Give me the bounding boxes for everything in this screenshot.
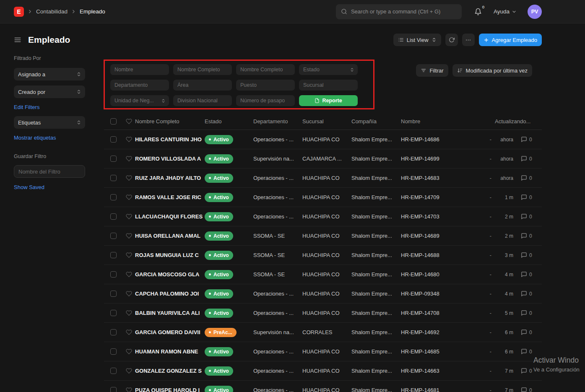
table-row[interactable]: GARCIA MOSCOSO GLA Activo SSOMA - SE HUA… [104, 265, 542, 284]
like-button[interactable] [122, 156, 135, 162]
like-button[interactable] [122, 213, 135, 220]
user-avatar[interactable]: PV [528, 5, 542, 19]
table-row[interactable]: CAPCHA PALOMINO JOI Activo Operaciones -… [104, 284, 542, 304]
row-checkbox[interactable] [110, 368, 117, 374]
comments-cell[interactable]: 0 [519, 271, 542, 278]
filter-departamento-input[interactable] [110, 80, 169, 91]
sidebar-toggle-icon[interactable] [14, 36, 21, 44]
like-button[interactable] [122, 348, 135, 355]
row-checkbox[interactable] [110, 213, 117, 220]
row-checkbox[interactable] [110, 271, 117, 278]
like-button[interactable] [122, 136, 135, 143]
list-view-selector[interactable]: List View [393, 34, 441, 46]
comments-cell[interactable]: 0 [519, 368, 542, 374]
like-button[interactable] [122, 291, 135, 297]
employee-full-name[interactable]: RUIZ JARA JHADY AILTO [135, 175, 205, 181]
table-row[interactable]: HILARES CANTURIN JHO Activo Operaciones … [104, 130, 542, 149]
employee-full-name[interactable]: PUZA QUISPE HAROLD I [135, 387, 205, 392]
employee-id-cell[interactable]: HR-EMP-14685 [401, 348, 478, 355]
employee-id-cell[interactable]: HR-EMP-14708 [401, 310, 478, 316]
employee-id-cell[interactable]: HR-EMP-09348 [401, 291, 478, 297]
employee-id-cell[interactable]: HR-EMP-14709 [401, 194, 478, 200]
employee-full-name[interactable]: ROJAS MUNGUIA LUZ C [135, 252, 205, 258]
employee-full-name[interactable]: HILARES CANTURIN JHO [135, 136, 205, 143]
row-checkbox[interactable] [110, 329, 117, 335]
refresh-button[interactable] [445, 34, 458, 46]
comments-cell[interactable]: 0 [519, 387, 542, 392]
employee-full-name[interactable]: GARCIA MOSCOSO GLA [135, 271, 205, 278]
breadcrumb-contabilidad[interactable]: Contabilidad [36, 8, 68, 15]
notifications-button[interactable]: 0 [474, 8, 482, 16]
row-checkbox[interactable] [110, 291, 117, 297]
like-button[interactable] [122, 233, 135, 239]
row-checkbox[interactable] [110, 310, 117, 316]
employee-full-name[interactable]: HUAMAN RAMON ABNE [135, 348, 205, 355]
like-button[interactable] [122, 175, 135, 181]
filter-numero-pasaporte-input[interactable] [236, 95, 295, 106]
assigned-to-select[interactable]: Asignado a [14, 68, 85, 80]
like-button[interactable] [122, 368, 135, 374]
show-saved-link[interactable]: Show Saved [14, 184, 44, 190]
employee-id-cell[interactable]: HR-EMP-14692 [401, 329, 478, 335]
row-checkbox[interactable] [110, 156, 117, 162]
employee-id-cell[interactable]: HR-EMP-14683 [401, 175, 478, 181]
table-row[interactable]: LLACUACHAQUI FLORES Activo Operaciones -… [104, 207, 542, 226]
add-employee-button[interactable]: Agregar Empleado [479, 34, 542, 46]
employee-id-cell[interactable]: HR-EMP-14681 [401, 387, 478, 392]
like-button[interactable] [122, 252, 135, 258]
comments-cell[interactable]: 0 [519, 233, 542, 239]
employee-full-name[interactable]: GARCIA GOMERO DAIVII [135, 329, 205, 335]
header-full-name[interactable]: Nombre Completo [135, 118, 205, 125]
filter-nombre-completo-2-input[interactable] [236, 64, 295, 75]
filter-unidad-negocio-select[interactable]: Unidad de Neg... [110, 95, 169, 106]
employee-full-name[interactable]: HUISA ORELLANA AMAL [135, 233, 205, 239]
filter-area-input[interactable] [173, 80, 232, 91]
like-button[interactable] [122, 271, 135, 278]
header-name[interactable]: Nombre [401, 118, 478, 125]
employee-full-name[interactable]: BALBIN YAURIVILCA ALI [135, 310, 205, 316]
header-department[interactable]: Departamento [253, 118, 302, 125]
employee-id-cell[interactable]: HR-EMP-14689 [401, 233, 478, 239]
search-input[interactable] [351, 8, 457, 15]
filter-estado-select[interactable]: Estado [299, 64, 358, 75]
liked-filter-button[interactable] [122, 118, 135, 125]
employee-id-cell[interactable]: HR-EMP-14686 [401, 136, 478, 143]
filter-name-input[interactable] [14, 165, 85, 178]
table-row[interactable]: RAMOS VALLE JOSE RIC Activo Operaciones … [104, 188, 542, 207]
report-button[interactable]: Reporte [299, 95, 358, 106]
like-button[interactable] [122, 310, 135, 316]
comments-cell[interactable]: 0 [519, 156, 542, 162]
filter-nombre-input[interactable] [110, 64, 169, 75]
comments-cell[interactable]: 0 [519, 348, 542, 355]
employee-full-name[interactable]: RAMOS VALLE JOSE RIC [135, 194, 205, 200]
table-row[interactable]: GARCIA GOMERO DAIVII PreAc... Supervisió… [104, 323, 542, 342]
created-by-select[interactable]: Creado por [14, 86, 85, 98]
like-button[interactable] [122, 194, 135, 200]
header-branch[interactable]: Sucursal [302, 118, 351, 125]
tags-select[interactable]: Etiquetas [14, 116, 85, 129]
comments-cell[interactable]: 0 [519, 136, 542, 143]
comments-cell[interactable]: 0 [519, 310, 542, 316]
employee-id-cell[interactable]: HR-EMP-14688 [401, 252, 478, 258]
like-button[interactable] [122, 387, 135, 392]
filter-nombre-completo-input[interactable] [173, 64, 232, 75]
header-company[interactable]: Compañía [351, 118, 401, 125]
filter-sucursal-input[interactable] [299, 80, 358, 91]
comments-cell[interactable]: 0 [519, 252, 542, 258]
header-status[interactable]: Estado [205, 118, 253, 125]
employee-full-name[interactable]: ROMERO VILLOSLADA A [135, 156, 205, 162]
comments-cell[interactable]: 0 [519, 213, 542, 220]
select-all-checkbox[interactable] [110, 118, 117, 125]
breadcrumb-empleado[interactable]: Empleado [80, 8, 105, 15]
header-updated[interactable]: Actualizando... [495, 118, 542, 125]
row-checkbox[interactable] [110, 233, 117, 239]
table-row[interactable]: HUISA ORELLANA AMAL Activo SSOMA - SE HU… [104, 226, 542, 246]
global-search[interactable] [336, 4, 462, 19]
employee-full-name[interactable]: CAPCHA PALOMINO JOI [135, 291, 205, 297]
help-menu[interactable]: Ayuda [494, 8, 517, 15]
comments-cell[interactable]: 0 [519, 291, 542, 297]
menu-ellipsis-button[interactable] [462, 34, 475, 46]
sort-button[interactable]: Modificada por última vez [452, 64, 532, 77]
filter-button[interactable]: Filtrar [416, 64, 448, 77]
show-tags-link[interactable]: Mostrar etiquetas [14, 135, 56, 141]
